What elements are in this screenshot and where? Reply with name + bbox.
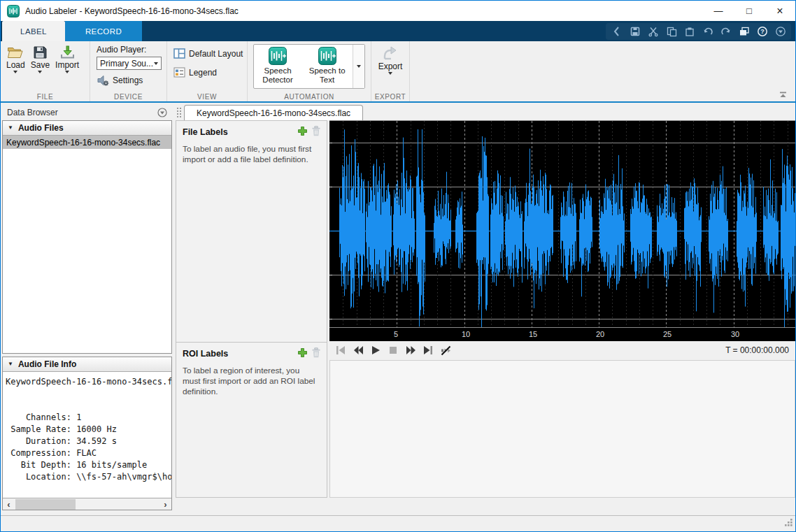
- time-axis: 51015202530: [329, 327, 795, 341]
- x-tick-label: 10: [462, 330, 470, 338]
- qat-copy-button[interactable]: [662, 24, 680, 39]
- qat-paste-button[interactable]: [681, 24, 698, 39]
- x-tick-label: 5: [394, 330, 398, 338]
- skip-to-start-button[interactable]: [334, 344, 347, 357]
- x-tick-label: 20: [596, 330, 604, 338]
- automation-gallery: Speech Detector Speech to Text: [253, 44, 365, 89]
- audio-file-info-box: ▼ Audio File Info KeywordSpeech-16-16-mo…: [2, 357, 172, 510]
- dropdown-arrow-icon: [357, 65, 361, 68]
- section-label-automation: AUTOMATION: [248, 93, 371, 101]
- document-area: KeywordSpeech-16-16-mono-34secs.flac Fil…: [176, 104, 795, 515]
- speech-detector-button[interactable]: Speech Detector: [254, 45, 301, 88]
- collapse-triangle-icon: ▼: [8, 125, 13, 131]
- speech-detector-icon: [269, 47, 287, 65]
- speech-to-text-icon: [318, 47, 336, 65]
- default-layout-button[interactable]: Default Layout: [173, 48, 247, 59]
- collapse-ribbon-icon: [779, 92, 787, 98]
- main-area: Data Browser ▼ Audio Files KeywordSpeech…: [1, 104, 795, 515]
- tab-strip-grip[interactable]: [176, 107, 181, 118]
- audio-files-header[interactable]: ▼ Audio Files: [3, 121, 171, 136]
- file-labels-panel: File Labels To label an audio file, you …: [176, 120, 327, 354]
- settings-button[interactable]: Settings: [97, 75, 166, 86]
- x-tick-label: 25: [663, 330, 671, 338]
- legend-icon: [173, 67, 185, 78]
- collapse-ribbon-button[interactable]: [777, 90, 788, 99]
- audio-file-list-item[interactable]: KeywordSpeech-16-16-mono-34secs.flac: [3, 136, 171, 149]
- window-title: Audio Labeler - KeywordSpeech-16-16-mono…: [25, 6, 239, 16]
- audio-file-info-header[interactable]: ▼ Audio File Info: [3, 357, 171, 372]
- app-window: Audio Labeler - KeywordSpeech-16-16-mono…: [0, 0, 796, 532]
- title-bar: Audio Labeler - KeywordSpeech-16-16-mono…: [1, 1, 795, 21]
- speech-to-text-button[interactable]: Speech to Text: [301, 45, 353, 88]
- qat-dropdown-icon[interactable]: [772, 24, 789, 39]
- add-file-label-button[interactable]: [297, 126, 308, 138]
- qat-undo-button[interactable]: [699, 24, 716, 39]
- dropdown-arrow-icon: [65, 71, 69, 73]
- open-folder-icon: [7, 45, 24, 59]
- x-tick-label: 30: [731, 330, 739, 338]
- export-arrow-icon: [382, 45, 399, 61]
- dropdown-arrow-icon: [388, 72, 392, 75]
- ribbon-tab-band: LABEL RECORD ?: [1, 21, 795, 41]
- speaker-gear-icon: [97, 75, 109, 86]
- x-tick-label: 15: [529, 330, 537, 338]
- waveform-viewer: 51015202530: [329, 120, 795, 341]
- roi-labels-hint: To label a region of interest, you must …: [176, 363, 327, 397]
- dropdown-arrow-icon: [38, 71, 42, 73]
- qat-cut-button[interactable]: [644, 24, 662, 39]
- tab-label[interactable]: LABEL: [2, 21, 65, 41]
- import-button[interactable]: Import: [55, 41, 79, 92]
- legend-button[interactable]: Legend: [173, 67, 247, 78]
- quick-access-toolbar: ?: [606, 23, 791, 40]
- playback-toolbar: T = 00:00:00.000: [329, 342, 795, 359]
- dropdown-arrow-icon: [13, 71, 17, 73]
- fast-forward-button[interactable]: [404, 344, 417, 357]
- tab-record[interactable]: RECORD: [65, 21, 142, 41]
- floppy-save-icon: [32, 45, 48, 59]
- scroll-left-icon[interactable]: ‹: [3, 499, 15, 510]
- layout-grid-icon: [173, 48, 185, 59]
- stop-button[interactable]: [387, 344, 399, 357]
- save-button[interactable]: Save: [31, 41, 50, 92]
- rewind-button[interactable]: [352, 344, 364, 357]
- panel-options-icon[interactable]: [157, 108, 167, 117]
- audio-file-info-text: KeywordSpeech-16-16-mono-34secs.fl Chann…: [3, 372, 171, 483]
- qat-window-layout-button[interactable]: [735, 24, 753, 39]
- qat-redo-button[interactable]: [717, 24, 734, 39]
- delete-file-label-button[interactable]: [311, 126, 321, 138]
- add-roi-label-button[interactable]: [297, 347, 308, 360]
- section-label-file: FILE: [1, 93, 90, 101]
- scrollbar-thumb[interactable]: [15, 499, 76, 510]
- section-label-view: VIEW: [167, 93, 247, 101]
- data-browser-title: Data Browser: [7, 108, 58, 117]
- dropdown-arrow-icon: [154, 62, 158, 65]
- scroll-right-icon[interactable]: ›: [159, 499, 171, 510]
- roi-labels-panel: ROI Labels To label a region of interest…: [176, 342, 327, 498]
- waveform-plot[interactable]: [329, 121, 795, 327]
- file-labels-title: File Labels: [183, 127, 228, 137]
- qat-save-button[interactable]: [626, 24, 644, 39]
- audio-device-select[interactable]: Primary Sou...: [97, 57, 162, 70]
- load-button[interactable]: Load: [6, 41, 25, 92]
- play-button[interactable]: [369, 344, 382, 357]
- qat-help-button[interactable]: ?: [753, 24, 771, 39]
- skip-to-end-button[interactable]: [422, 344, 434, 357]
- resize-grip[interactable]: [784, 518, 793, 529]
- export-button[interactable]: Export: [378, 41, 403, 92]
- ribbon-toolstrip: Load Save Import FILE Audio Player: Prim…: [1, 41, 795, 103]
- document-tab[interactable]: KeywordSpeech-16-16-mono-34secs.flac: [184, 105, 363, 120]
- file-labels-hint: To label an audio file, you must first i…: [176, 141, 327, 165]
- section-label-device: DEVICE: [90, 93, 166, 101]
- import-arrow-icon: [59, 45, 76, 59]
- minimize-button[interactable]: —: [703, 1, 734, 21]
- data-browser-panel: Data Browser ▼ Audio Files KeywordSpeech…: [2, 105, 172, 510]
- qat-overflow-icon[interactable]: [608, 24, 625, 39]
- gallery-dropdown-button[interactable]: [353, 45, 364, 88]
- roi-display-area: [329, 360, 795, 498]
- audio-player-label: Audio Player:: [97, 45, 166, 55]
- maximize-button[interactable]: □: [734, 1, 765, 21]
- close-button[interactable]: ×: [765, 1, 795, 21]
- autoscroll-off-button[interactable]: [439, 344, 452, 357]
- delete-roi-label-button[interactable]: [311, 347, 321, 360]
- info-horizontal-scrollbar[interactable]: ‹ ›: [3, 498, 171, 510]
